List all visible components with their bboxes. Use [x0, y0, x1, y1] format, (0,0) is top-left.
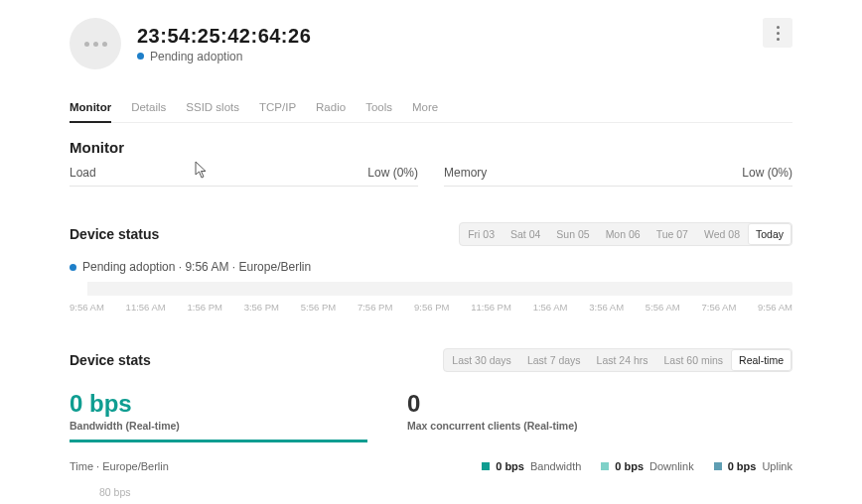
y-tick: 80 bps — [99, 486, 792, 498]
status-dot-icon — [137, 53, 144, 60]
range-selector: Last 30 daysLast 7 daysLast 24 hrsLast 6… — [443, 348, 792, 372]
timeline-tick: 7:56 AM — [701, 302, 736, 313]
time-axis-label: Time · Europe/Berlin — [70, 460, 169, 472]
memory-meter: Memory Low (0%) — [444, 166, 792, 187]
range-real-time[interactable]: Real-time — [731, 349, 791, 371]
load-label: Load — [70, 166, 96, 180]
tab-bar: MonitorDetailsSSID slotsTCP/IPRadioTools… — [70, 95, 792, 123]
day-wed-08[interactable]: Wed 08 — [696, 223, 748, 245]
legend-swatch-bandwidth — [482, 462, 490, 470]
day-today[interactable]: Today — [748, 223, 791, 245]
chart-y-axis: 80 bps64 bps — [70, 486, 792, 504]
tab-tcp-ip[interactable]: TCP/IP — [259, 95, 296, 122]
tab-tools[interactable]: Tools — [365, 95, 392, 122]
monitor-heading: Monitor — [70, 139, 792, 156]
day-sun-05[interactable]: Sun 05 — [548, 223, 597, 245]
device-stats-heading: Device stats — [70, 352, 151, 368]
bandwidth-value: 0 bps — [70, 390, 367, 418]
status-row-text: Pending adoption · 9:56 AM · Europe/Berl… — [82, 260, 311, 274]
load-meter: Load Low (0%) — [70, 166, 418, 187]
timeline-tick: 3:56 PM — [244, 302, 279, 313]
timeline-tick: 9:56 AM — [758, 302, 792, 313]
range-last-7-days[interactable]: Last 7 days — [519, 349, 589, 371]
device-status-heading: Device status — [70, 226, 159, 242]
timeline-axis: 9:56 AM11:56 AM1:56 PM3:56 PM5:56 PM7:56… — [70, 302, 792, 313]
more-actions-button[interactable] — [763, 18, 792, 48]
memory-value: Low (0%) — [742, 166, 792, 180]
memory-label: Memory — [444, 166, 487, 180]
device-avatar — [70, 18, 121, 69]
tab-more[interactable]: More — [412, 95, 438, 122]
chart-legend: 0 bpsBandwidth 0 bpsDownlink 0 bpsUplink — [482, 460, 792, 472]
bandwidth-label: Bandwidth (Real-time) — [70, 420, 367, 432]
device-mac: 23:54:25:42:64:26 — [137, 25, 311, 48]
tab-monitor[interactable]: Monitor — [70, 95, 111, 123]
timeline-tick: 11:56 AM — [126, 302, 166, 313]
device-status-text: Pending adoption — [150, 50, 242, 63]
status-dot-icon — [70, 264, 76, 271]
day-sat-04[interactable]: Sat 04 — [503, 223, 548, 245]
timeline-tick: 11:56 PM — [471, 302, 511, 313]
tab-details[interactable]: Details — [131, 95, 166, 122]
clients-value: 0 — [407, 390, 792, 418]
day-mon-06[interactable]: Mon 06 — [598, 223, 648, 245]
day-selector: Fri 03Sat 04Sun 05Mon 06Tue 07Wed 08Toda… — [459, 222, 792, 246]
load-value: Low (0%) — [367, 166, 418, 180]
day-tue-07[interactable]: Tue 07 — [648, 223, 696, 245]
timeline-tick: 9:56 PM — [414, 302, 449, 313]
timeline-tick: 1:56 PM — [188, 302, 222, 313]
status-timeline — [70, 282, 792, 296]
timeline-tick: 3:56 AM — [589, 302, 624, 313]
timeline-tick: 5:56 PM — [301, 302, 336, 313]
clients-stat[interactable]: 0 Max concurrent clients (Real-time) — [407, 390, 792, 442]
clients-label: Max concurrent clients (Real-time) — [407, 420, 792, 432]
timeline-tick: 7:56 PM — [358, 302, 392, 313]
tab-radio[interactable]: Radio — [316, 95, 346, 122]
timeline-tick: 5:56 AM — [646, 302, 680, 313]
range-last-30-days[interactable]: Last 30 days — [444, 349, 519, 371]
legend-swatch-downlink — [601, 462, 609, 470]
day-fri-03[interactable]: Fri 03 — [460, 223, 503, 245]
legend-swatch-uplink — [714, 462, 722, 470]
timeline-tick: 1:56 AM — [533, 302, 568, 313]
range-last-24-hrs[interactable]: Last 24 hrs — [589, 349, 656, 371]
timeline-tick: 9:56 AM — [70, 302, 104, 313]
tab-ssid-slots[interactable]: SSID slots — [186, 95, 239, 122]
range-last-60-mins[interactable]: Last 60 mins — [656, 349, 732, 371]
bandwidth-stat[interactable]: 0 bps Bandwidth (Real-time) — [70, 390, 367, 442]
